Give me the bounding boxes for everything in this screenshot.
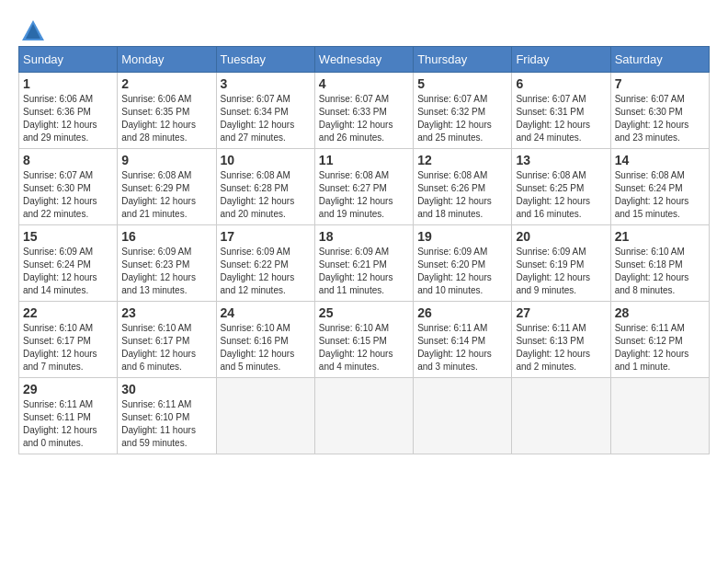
day-number: 12 xyxy=(417,153,507,167)
calendar-day-cell: 22Sunrise: 6:10 AMSunset: 6:17 PMDayligh… xyxy=(19,302,118,378)
day-number: 4 xyxy=(319,76,409,91)
calendar-day-cell: 5Sunrise: 6:07 AMSunset: 6:32 PMDaylight… xyxy=(414,73,512,149)
day-info: Sunrise: 6:07 AMSunset: 6:34 PMDaylight:… xyxy=(221,93,311,144)
day-number: 11 xyxy=(319,153,409,167)
day-number: 27 xyxy=(516,305,606,320)
day-number: 10 xyxy=(221,153,311,167)
calendar-day-cell: 23Sunrise: 6:10 AMSunset: 6:17 PMDayligh… xyxy=(118,302,216,378)
calendar-day-cell: 26Sunrise: 6:11 AMSunset: 6:14 PMDayligh… xyxy=(414,302,512,378)
day-number: 21 xyxy=(615,229,705,244)
calendar-day-cell: 16Sunrise: 6:09 AMSunset: 6:23 PMDayligh… xyxy=(118,225,216,302)
day-info: Sunrise: 6:10 AMSunset: 6:16 PMDaylight:… xyxy=(221,322,311,373)
day-info: Sunrise: 6:06 AMSunset: 6:35 PMDaylight:… xyxy=(121,93,211,144)
day-number: 20 xyxy=(516,229,606,244)
calendar-day-cell: 6Sunrise: 6:07 AMSunset: 6:31 PMDaylight… xyxy=(512,73,610,149)
day-number: 19 xyxy=(417,229,507,244)
day-info: Sunrise: 6:09 AMSunset: 6:20 PMDaylight:… xyxy=(417,246,507,297)
day-number: 25 xyxy=(319,305,409,320)
day-number: 18 xyxy=(319,229,409,244)
page-header xyxy=(18,18,710,37)
day-number: 26 xyxy=(417,305,507,320)
day-info: Sunrise: 6:10 AMSunset: 6:15 PMDaylight:… xyxy=(319,322,409,373)
day-number: 16 xyxy=(121,229,211,244)
day-info: Sunrise: 6:08 AMSunset: 6:27 PMDaylight:… xyxy=(319,169,409,221)
day-info: Sunrise: 6:10 AMSunset: 6:17 PMDaylight:… xyxy=(121,322,211,373)
calendar-day-cell: 7Sunrise: 6:07 AMSunset: 6:30 PMDaylight… xyxy=(610,73,709,149)
calendar-day-cell: 12Sunrise: 6:08 AMSunset: 6:26 PMDayligh… xyxy=(414,149,512,225)
day-info: Sunrise: 6:07 AMSunset: 6:33 PMDaylight:… xyxy=(319,93,409,144)
day-info: Sunrise: 6:08 AMSunset: 6:24 PMDaylight:… xyxy=(615,169,705,221)
calendar-day-cell xyxy=(314,378,413,454)
calendar-week-row: 22Sunrise: 6:10 AMSunset: 6:17 PMDayligh… xyxy=(19,302,710,378)
calendar-day-cell: 25Sunrise: 6:10 AMSunset: 6:15 PMDayligh… xyxy=(314,302,413,378)
day-of-week-header: Wednesday xyxy=(314,47,413,73)
day-number: 9 xyxy=(121,153,211,167)
logo xyxy=(18,18,48,37)
calendar-day-cell: 21Sunrise: 6:10 AMSunset: 6:18 PMDayligh… xyxy=(610,225,709,302)
day-info: Sunrise: 6:08 AMSunset: 6:26 PMDaylight:… xyxy=(417,169,507,221)
day-info: Sunrise: 6:07 AMSunset: 6:32 PMDaylight:… xyxy=(417,93,507,144)
day-of-week-header: Friday xyxy=(512,47,610,73)
calendar-day-cell: 28Sunrise: 6:11 AMSunset: 6:12 PMDayligh… xyxy=(610,302,709,378)
day-info: Sunrise: 6:09 AMSunset: 6:24 PMDaylight:… xyxy=(23,246,113,297)
day-info: Sunrise: 6:08 AMSunset: 6:29 PMDaylight:… xyxy=(121,169,211,221)
calendar-day-cell: 29Sunrise: 6:11 AMSunset: 6:11 PMDayligh… xyxy=(19,378,118,454)
calendar-day-cell: 19Sunrise: 6:09 AMSunset: 6:20 PMDayligh… xyxy=(414,225,512,302)
day-number: 2 xyxy=(121,76,211,91)
day-number: 13 xyxy=(516,153,606,167)
day-info: Sunrise: 6:11 AMSunset: 6:11 PMDaylight:… xyxy=(23,398,113,450)
day-info: Sunrise: 6:10 AMSunset: 6:18 PMDaylight:… xyxy=(615,246,705,297)
day-of-week-header: Monday xyxy=(118,47,216,73)
day-info: Sunrise: 6:11 AMSunset: 6:12 PMDaylight:… xyxy=(615,322,705,373)
calendar-day-cell: 20Sunrise: 6:09 AMSunset: 6:19 PMDayligh… xyxy=(512,225,610,302)
day-of-week-header: Tuesday xyxy=(216,47,314,73)
calendar-day-cell: 9Sunrise: 6:08 AMSunset: 6:29 PMDaylight… xyxy=(118,149,216,225)
day-number: 22 xyxy=(23,305,113,320)
calendar-day-cell: 8Sunrise: 6:07 AMSunset: 6:30 PMDaylight… xyxy=(19,149,118,225)
day-info: Sunrise: 6:10 AMSunset: 6:17 PMDaylight:… xyxy=(23,322,113,373)
day-number: 7 xyxy=(615,76,705,91)
day-number: 6 xyxy=(516,76,606,91)
day-number: 23 xyxy=(121,305,211,320)
calendar-day-cell: 4Sunrise: 6:07 AMSunset: 6:33 PMDaylight… xyxy=(314,73,413,149)
day-number: 14 xyxy=(615,153,705,167)
day-info: Sunrise: 6:07 AMSunset: 6:31 PMDaylight:… xyxy=(516,93,606,144)
day-number: 28 xyxy=(615,305,705,320)
calendar-day-cell: 14Sunrise: 6:08 AMSunset: 6:24 PMDayligh… xyxy=(610,149,709,225)
calendar-day-cell: 27Sunrise: 6:11 AMSunset: 6:13 PMDayligh… xyxy=(512,302,610,378)
calendar-day-cell xyxy=(414,378,512,454)
day-of-week-header: Saturday xyxy=(610,47,709,73)
calendar-day-cell: 2Sunrise: 6:06 AMSunset: 6:35 PMDaylight… xyxy=(118,73,216,149)
day-info: Sunrise: 6:08 AMSunset: 6:28 PMDaylight:… xyxy=(221,169,311,221)
day-number: 15 xyxy=(23,229,113,244)
day-number: 30 xyxy=(121,382,211,396)
calendar-day-cell: 15Sunrise: 6:09 AMSunset: 6:24 PMDayligh… xyxy=(19,225,118,302)
day-number: 29 xyxy=(23,382,113,396)
day-info: Sunrise: 6:11 AMSunset: 6:14 PMDaylight:… xyxy=(417,322,507,373)
day-number: 3 xyxy=(221,76,311,91)
day-info: Sunrise: 6:09 AMSunset: 6:22 PMDaylight:… xyxy=(221,246,311,297)
calendar-week-row: 1Sunrise: 6:06 AMSunset: 6:36 PMDaylight… xyxy=(19,73,710,149)
day-info: Sunrise: 6:06 AMSunset: 6:36 PMDaylight:… xyxy=(23,93,113,144)
day-number: 17 xyxy=(221,229,311,244)
day-number: 24 xyxy=(221,305,311,320)
calendar-day-cell: 3Sunrise: 6:07 AMSunset: 6:34 PMDaylight… xyxy=(216,73,314,149)
day-of-week-header: Thursday xyxy=(414,47,512,73)
day-info: Sunrise: 6:09 AMSunset: 6:21 PMDaylight:… xyxy=(319,246,409,297)
calendar-week-row: 15Sunrise: 6:09 AMSunset: 6:24 PMDayligh… xyxy=(19,225,710,302)
day-of-week-header: Sunday xyxy=(19,47,118,73)
calendar-day-cell: 11Sunrise: 6:08 AMSunset: 6:27 PMDayligh… xyxy=(314,149,413,225)
day-info: Sunrise: 6:11 AMSunset: 6:10 PMDaylight:… xyxy=(121,398,211,450)
day-number: 8 xyxy=(23,153,113,167)
calendar-day-cell: 24Sunrise: 6:10 AMSunset: 6:16 PMDayligh… xyxy=(216,302,314,378)
day-info: Sunrise: 6:09 AMSunset: 6:23 PMDaylight:… xyxy=(121,246,211,297)
day-info: Sunrise: 6:09 AMSunset: 6:19 PMDaylight:… xyxy=(516,246,606,297)
calendar-week-row: 29Sunrise: 6:11 AMSunset: 6:11 PMDayligh… xyxy=(19,378,710,454)
calendar-day-cell: 17Sunrise: 6:09 AMSunset: 6:22 PMDayligh… xyxy=(216,225,314,302)
day-number: 5 xyxy=(417,76,507,91)
calendar-week-row: 8Sunrise: 6:07 AMSunset: 6:30 PMDaylight… xyxy=(19,149,710,225)
calendar-day-cell: 13Sunrise: 6:08 AMSunset: 6:25 PMDayligh… xyxy=(512,149,610,225)
calendar-day-cell: 18Sunrise: 6:09 AMSunset: 6:21 PMDayligh… xyxy=(314,225,413,302)
day-number: 1 xyxy=(23,76,113,91)
calendar-day-cell xyxy=(216,378,314,454)
